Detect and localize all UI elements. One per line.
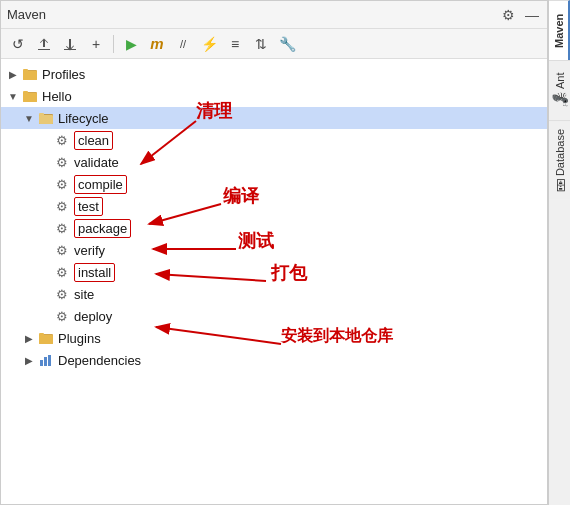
svg-rect-7 xyxy=(39,115,53,124)
tree-item-install[interactable]: install xyxy=(1,261,547,283)
profiles-folder-icon xyxy=(21,65,39,83)
dependencies-expand[interactable] xyxy=(21,352,37,368)
add-button[interactable]: + xyxy=(85,33,107,55)
deploy-label: deploy xyxy=(74,309,112,324)
hello-folder-icon xyxy=(21,87,39,105)
wrench-button[interactable]: 🔧 xyxy=(276,33,298,55)
tree-item-dependencies[interactable]: Dependencies xyxy=(1,349,547,371)
dependencies-icon xyxy=(37,351,55,369)
hello-label: Hello xyxy=(42,89,72,104)
svg-rect-8 xyxy=(39,113,44,116)
profiles-expand[interactable] xyxy=(5,66,21,82)
maven-button[interactable]: m xyxy=(146,33,168,55)
site-gear-icon xyxy=(53,285,71,303)
hello-expand[interactable] xyxy=(5,88,21,104)
svg-rect-12 xyxy=(40,360,43,366)
sort-button[interactable]: ⇅ xyxy=(250,33,272,55)
clean-gear-icon xyxy=(53,131,71,149)
lifecycle-expand[interactable] xyxy=(21,110,37,126)
tree-item-hello[interactable]: Hello xyxy=(1,85,547,107)
panel-title: Maven xyxy=(7,7,46,22)
main-panel: Maven ⚙ — ↺ + ▶ m // ⚡ ≡ ⇅ 🔧 xyxy=(0,0,548,505)
upload-button[interactable] xyxy=(33,33,55,55)
tree-item-lifecycle[interactable]: Lifecycle xyxy=(1,107,547,129)
compile-gear-icon xyxy=(53,175,71,193)
svg-rect-13 xyxy=(44,357,47,366)
svg-rect-4 xyxy=(23,93,37,102)
toolbar: ↺ + ▶ m // ⚡ ≡ ⇅ 🔧 xyxy=(1,29,547,59)
test-label: test xyxy=(74,197,103,216)
refresh-button[interactable]: ↺ xyxy=(7,33,29,55)
site-label: site xyxy=(74,287,94,302)
separator-1 xyxy=(113,35,114,53)
svg-rect-10 xyxy=(39,335,53,344)
run-button[interactable]: ▶ xyxy=(120,33,142,55)
test-gear-icon xyxy=(53,197,71,215)
lifecycle-icon xyxy=(37,109,55,127)
package-gear-icon xyxy=(53,219,71,237)
validate-gear-icon xyxy=(53,153,71,171)
svg-rect-2 xyxy=(23,69,28,72)
compile-label: compile xyxy=(74,175,127,194)
tree-item-site[interactable]: site xyxy=(1,283,547,305)
title-bar-left: Maven xyxy=(7,7,50,22)
dependencies-label: Dependencies xyxy=(58,353,141,368)
tree-item-plugins[interactable]: Plugins xyxy=(1,327,547,349)
ant-icon: 🐜 xyxy=(552,91,568,108)
tree-item-package[interactable]: package xyxy=(1,217,547,239)
install-gear-icon xyxy=(53,263,71,281)
svg-rect-5 xyxy=(23,91,28,94)
database-icon: 🗄 xyxy=(552,178,567,191)
title-bar-icons: ⚙ — xyxy=(499,6,541,24)
validate-label: validate xyxy=(74,155,119,170)
settings-icon[interactable]: ⚙ xyxy=(499,6,517,24)
verify-label: verify xyxy=(74,243,105,258)
deploy-gear-icon xyxy=(53,307,71,325)
minimize-icon[interactable]: — xyxy=(523,6,541,24)
toggle-button[interactable]: // xyxy=(172,33,194,55)
verify-gear-icon xyxy=(53,241,71,259)
lifecycle-label: Lifecycle xyxy=(58,111,109,126)
plugins-expand[interactable] xyxy=(21,330,37,346)
list-button[interactable]: ≡ xyxy=(224,33,246,55)
tab-ant[interactable]: 🐜 Ant xyxy=(549,60,570,120)
plugins-icon xyxy=(37,329,55,347)
clean-label: clean xyxy=(74,131,113,150)
tab-database[interactable]: 🗄 Database xyxy=(549,120,570,199)
svg-rect-11 xyxy=(39,333,44,336)
plugins-label: Plugins xyxy=(58,331,101,346)
install-label: install xyxy=(74,263,115,282)
right-sidebar: Maven 🐜 Ant 🗄 Database xyxy=(548,0,570,505)
profiles-label: Profiles xyxy=(42,67,85,82)
tree-item-test[interactable]: test xyxy=(1,195,547,217)
lightning-button[interactable]: ⚡ xyxy=(198,33,220,55)
package-label: package xyxy=(74,219,131,238)
tree-item-compile[interactable]: compile xyxy=(1,173,547,195)
download-button[interactable] xyxy=(59,33,81,55)
title-bar: Maven ⚙ — xyxy=(1,1,547,29)
svg-rect-1 xyxy=(23,71,37,80)
tree-item-deploy[interactable]: deploy xyxy=(1,305,547,327)
svg-rect-14 xyxy=(48,355,51,366)
tree-item-profiles[interactable]: Profiles xyxy=(1,63,547,85)
tree-item-verify[interactable]: verify xyxy=(1,239,547,261)
tree-item-validate[interactable]: validate xyxy=(1,151,547,173)
tree-content: Profiles Hello xyxy=(1,59,547,504)
tab-maven[interactable]: Maven xyxy=(549,0,570,60)
tree-item-clean[interactable]: clean xyxy=(1,129,547,151)
